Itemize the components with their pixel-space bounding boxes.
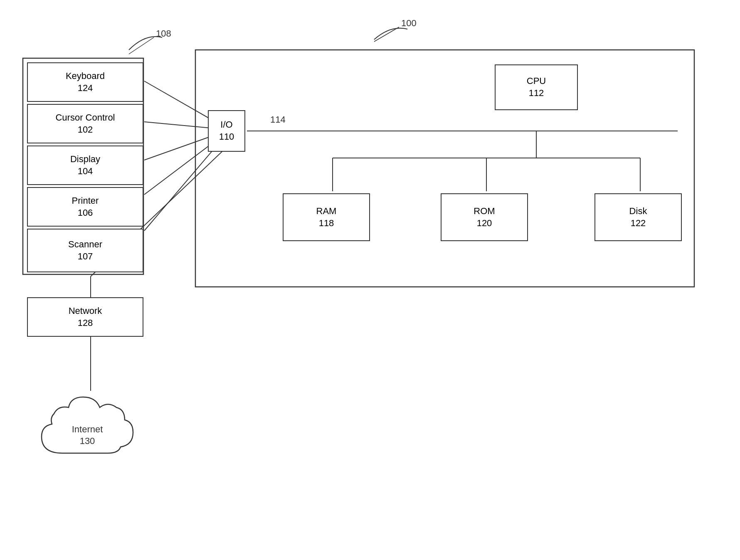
svg-text:Internet: Internet xyxy=(72,424,103,434)
svg-text:114: 114 xyxy=(270,114,286,125)
cursor-control-box: Cursor Control 102 xyxy=(27,104,143,143)
svg-text:108: 108 xyxy=(156,28,171,39)
internet-cloud: Internet 130 xyxy=(29,382,146,478)
network-box: Network 128 xyxy=(27,297,143,337)
printer-box: Printer 106 xyxy=(27,187,143,227)
svg-rect-1 xyxy=(195,50,694,287)
diagram: 114 108 100 Keyboard 124 Cursor Control … xyxy=(0,0,740,560)
keyboard-box: Keyboard 124 xyxy=(27,62,143,102)
io-box: I/O 110 xyxy=(208,110,245,152)
rom-box: ROM 120 xyxy=(441,193,528,241)
disk-box: Disk 122 xyxy=(594,193,682,241)
display-box: Display 104 xyxy=(27,146,143,185)
svg-text:100: 100 xyxy=(401,18,417,28)
svg-text:130: 130 xyxy=(80,436,95,446)
cpu-box: CPU 112 xyxy=(495,64,578,110)
svg-line-21 xyxy=(374,27,399,42)
ram-box: RAM 118 xyxy=(283,193,370,241)
scanner-box: Scanner 107 xyxy=(27,229,143,272)
